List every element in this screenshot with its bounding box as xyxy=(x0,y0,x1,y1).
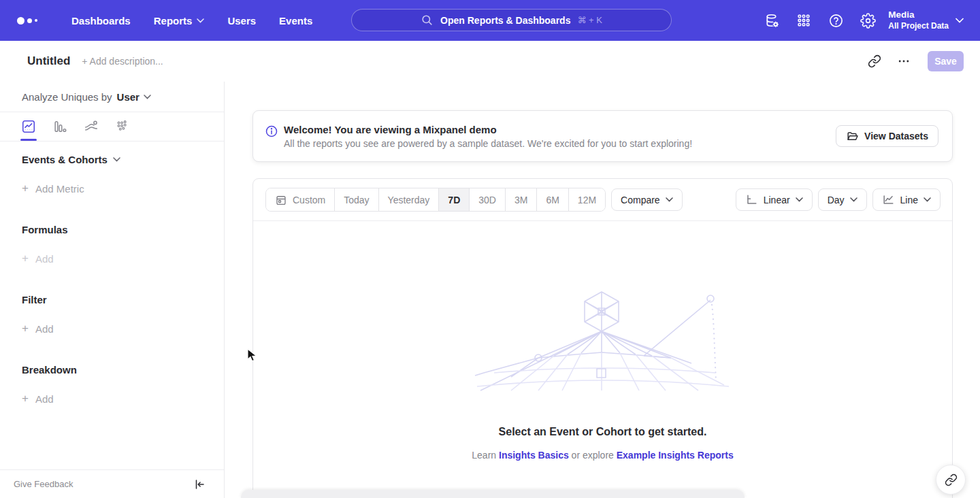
report-description-placeholder[interactable]: + Add description... xyxy=(82,56,163,67)
tab-scatter-chart[interactable] xyxy=(114,112,131,141)
filter-title: Filter xyxy=(22,294,47,305)
events-cohorts-header[interactable]: Events & Cohorts xyxy=(22,154,224,165)
settings-gear-icon[interactable] xyxy=(860,12,876,29)
flow-tab-icon xyxy=(84,119,99,134)
tab-bar-chart[interactable] xyxy=(51,112,69,141)
nav-reports[interactable]: Reports xyxy=(154,15,205,27)
sidebar-sections: Events & Cohorts + Add Metric Formulas +… xyxy=(0,154,224,405)
main-content: Welcome! You are viewing a Mixpanel demo… xyxy=(225,82,980,498)
logo-dot xyxy=(27,18,32,23)
analyze-row: Analyze Uniques by User xyxy=(0,82,224,112)
explore-middle: or explore xyxy=(572,450,614,461)
empty-state-subtitle: Learn Insights Basics or explore Example… xyxy=(472,450,733,461)
range-label: 3M xyxy=(514,195,527,205)
report-chart-card: Custom Today Yesterday 7D 30D 3M 6M 12M … xyxy=(252,178,953,498)
empty-state: Select an Event or Cohort to get started… xyxy=(253,221,952,461)
add-formula-label: Add xyxy=(35,253,54,265)
bar-chart-tab-icon xyxy=(52,119,67,134)
apps-grid-icon[interactable] xyxy=(796,12,812,29)
copy-link-icon[interactable] xyxy=(866,53,883,69)
add-filter-button[interactable]: + Add xyxy=(22,322,224,335)
sidebar-footer: Give Feedback xyxy=(0,469,224,498)
compare-button[interactable]: Compare xyxy=(611,188,683,211)
breakdown-header: Breakdown xyxy=(22,364,224,376)
range-label: 6M xyxy=(546,195,559,205)
empty-state-title: Select an Event or Cohort to get started… xyxy=(499,426,707,438)
project-name: Media xyxy=(888,9,949,21)
range-custom-button[interactable]: Custom xyxy=(266,188,334,211)
range-12m-button[interactable]: 12M xyxy=(568,188,605,211)
analyze-value-dropdown[interactable]: User xyxy=(117,91,151,103)
chevron-down-icon xyxy=(850,197,858,202)
learn-prefix: Learn xyxy=(472,450,496,461)
search-placeholder: Open Reports & Dashboards xyxy=(440,15,570,26)
search-shortcut: ⌘ + K xyxy=(577,15,602,25)
more-options-icon[interactable] xyxy=(896,53,912,69)
linear-axis-icon xyxy=(745,193,758,206)
interval-dropdown[interactable]: Day xyxy=(818,188,867,211)
chart-type-dropdown[interactable]: Line xyxy=(872,188,941,211)
share-link-fab[interactable] xyxy=(936,465,966,495)
plus-icon: + xyxy=(22,392,29,405)
nav-label: Reports xyxy=(154,15,193,27)
empty-state-illustration xyxy=(474,290,732,392)
plus-icon: + xyxy=(22,182,29,195)
chevron-down-icon xyxy=(197,18,204,23)
line-chart-icon xyxy=(882,193,895,206)
chart-type-tabs xyxy=(0,112,224,142)
range-6m-button[interactable]: 6M xyxy=(536,188,568,211)
add-breakdown-button[interactable]: + Add xyxy=(22,392,224,405)
add-breakdown-label: Add xyxy=(35,393,54,405)
range-today-button[interactable]: Today xyxy=(334,188,378,211)
give-feedback-link[interactable]: Give Feedback xyxy=(14,479,73,489)
logo-dot xyxy=(35,19,37,22)
nav-dashboards[interactable]: Dashboards xyxy=(71,15,131,27)
chevron-down-icon xyxy=(796,197,803,202)
chevron-down-icon xyxy=(956,18,964,23)
welcome-banner: Welcome! You are viewing a Mixpanel demo… xyxy=(252,110,953,162)
scatter-tab-icon xyxy=(115,119,130,134)
range-30d-button[interactable]: 30D xyxy=(469,188,505,211)
example-reports-link[interactable]: Example Insights Reports xyxy=(617,450,734,461)
chevron-down-icon xyxy=(924,197,931,202)
info-icon xyxy=(265,124,278,138)
report-header-actions: Save xyxy=(853,51,964,71)
analyze-label: Analyze Uniques by xyxy=(22,91,112,103)
search-icon xyxy=(421,14,434,27)
range-7d-button[interactable]: 7D xyxy=(438,188,469,211)
compare-label: Compare xyxy=(621,195,660,205)
report-title[interactable]: Untitled xyxy=(27,54,70,68)
chart-type-label: Line xyxy=(900,195,918,205)
project-scope: All Project Data xyxy=(888,21,949,32)
scale-label: Linear xyxy=(764,195,790,205)
range-label: Custom xyxy=(293,195,325,205)
tab-flow-chart[interactable] xyxy=(82,112,100,141)
collapse-sidebar-icon[interactable] xyxy=(193,478,206,491)
nav-users[interactable]: Users xyxy=(227,15,256,27)
nav-label: Users xyxy=(227,15,256,27)
view-datasets-button[interactable]: View Datasets xyxy=(836,125,938,147)
plus-icon: + xyxy=(22,322,29,335)
data-management-icon[interactable] xyxy=(764,12,780,29)
nav-events[interactable]: Events xyxy=(279,15,312,27)
insights-basics-link[interactable]: Insights Basics xyxy=(499,450,569,461)
range-3m-button[interactable]: 3M xyxy=(505,188,536,211)
range-yesterday-button[interactable]: Yesterday xyxy=(378,188,439,211)
tab-line-chart[interactable] xyxy=(20,112,37,141)
add-filter-label: Add xyxy=(35,323,54,335)
view-datasets-label: View Datasets xyxy=(864,131,928,142)
nav-label: Dashboards xyxy=(71,15,131,27)
add-metric-button[interactable]: + Add Metric xyxy=(22,182,224,195)
add-formula-button[interactable]: + Add xyxy=(22,252,224,265)
chevron-down-icon xyxy=(144,95,151,99)
scale-dropdown[interactable]: Linear xyxy=(736,188,813,211)
nav-right-group: Media All Project Data xyxy=(748,0,964,41)
help-icon[interactable] xyxy=(828,12,844,29)
logo-dot xyxy=(17,17,24,24)
mixpanel-logo[interactable] xyxy=(17,17,48,24)
project-selector[interactable]: Media All Project Data xyxy=(888,9,964,31)
range-label: Today xyxy=(344,195,369,205)
global-search[interactable]: Open Reports & Dashboards ⌘ + K xyxy=(351,9,672,31)
link-icon xyxy=(945,474,958,486)
save-button[interactable]: Save xyxy=(928,51,964,71)
